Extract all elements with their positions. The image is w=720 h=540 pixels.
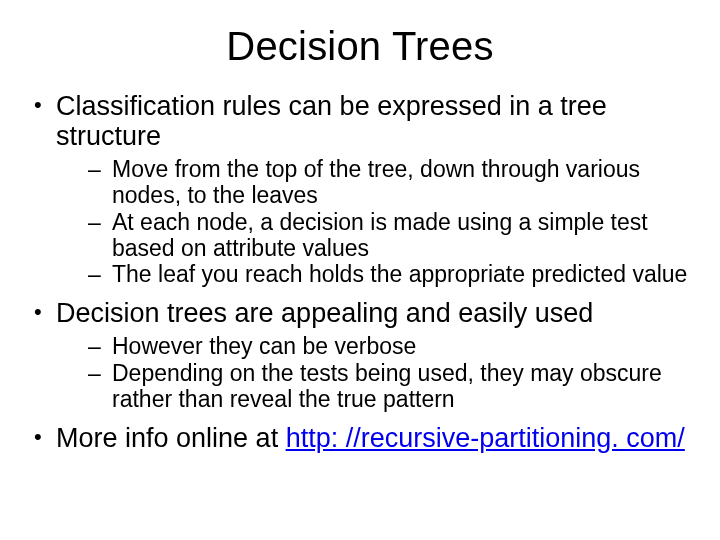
- sub-list: Move from the top of the tree, down thro…: [56, 157, 690, 288]
- sub-item: At each node, a decision is made using a…: [56, 210, 690, 262]
- sub-item: Depending on the tests being used, they …: [56, 361, 690, 413]
- bullet-text: Decision trees are appealing and easily …: [56, 298, 593, 328]
- sub-item: Move from the top of the tree, down thro…: [56, 157, 690, 209]
- bullet-item: More info online at http: //recursive-pa…: [30, 423, 690, 453]
- bullet-text-prefix: More info online at: [56, 423, 286, 453]
- sub-list: However they can be verbose Depending on…: [56, 334, 690, 412]
- sub-item: However they can be verbose: [56, 334, 690, 360]
- bullet-item: Classification rules can be expressed in…: [30, 91, 690, 288]
- slide-title: Decision Trees: [30, 24, 690, 69]
- more-info-link[interactable]: http: //recursive-partitioning. com/: [286, 423, 685, 453]
- sub-item: The leaf you reach holds the appropriate…: [56, 262, 690, 288]
- slide: Decision Trees Classification rules can …: [0, 0, 720, 540]
- bullet-text: Classification rules can be expressed in…: [56, 91, 607, 151]
- bullet-item: Decision trees are appealing and easily …: [30, 298, 690, 412]
- bullet-list: Classification rules can be expressed in…: [30, 91, 690, 453]
